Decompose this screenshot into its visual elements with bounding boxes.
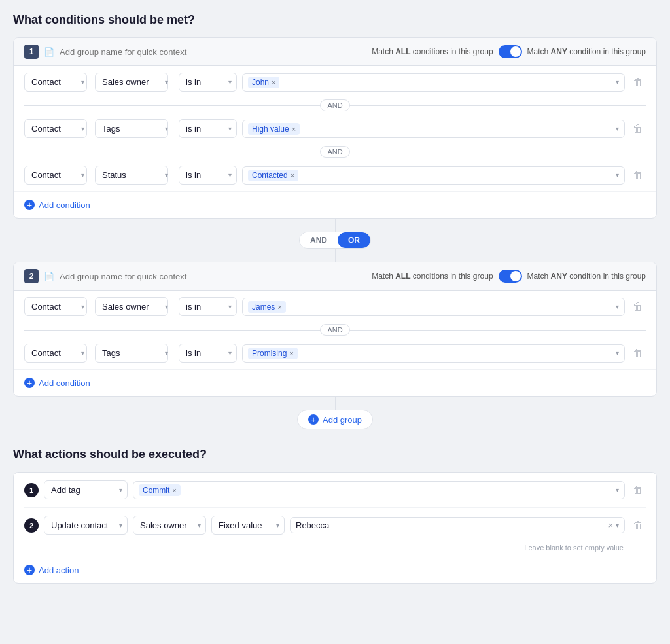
group-2-number: 2 <box>24 269 39 283</box>
delete-row-2-2[interactable]: 🗑 <box>630 345 646 362</box>
add-condition-label-1: Add condition <box>39 200 90 210</box>
group-2-row-2-operator[interactable]: is inis not inis empty <box>179 344 237 363</box>
add-condition-group-1[interactable]: + Add condition <box>14 191 656 218</box>
tag-dropdown-arrow-2: ▾ <box>616 125 619 132</box>
tag-james: James × <box>248 301 286 313</box>
action-2-type[interactable]: Update contactAdd tagRemove tag <box>44 516 128 535</box>
and-btn[interactable]: AND <box>300 232 338 248</box>
group-1-row-3-tags: Contacted × <box>248 170 298 181</box>
action-2-attribute[interactable]: Sales ownerTagsStatus <box>133 516 206 535</box>
group-2-row-2-attribute[interactable]: TagsSales ownerStatus <box>95 344 168 363</box>
group-2-name-input[interactable] <box>60 272 190 281</box>
group-1-row-3-field[interactable]: ContactDealCompany <box>24 166 87 185</box>
group-1-header-left: 1 📄 <box>24 45 190 59</box>
action-2-value-type[interactable]: Fixed valueEmpty value <box>211 516 285 535</box>
group-1-toggle[interactable] <box>499 45 522 58</box>
action-2-value[interactable]: Rebecca × ▾ <box>290 517 625 533</box>
action-2-dropdown-arrow: ▾ <box>616 522 619 529</box>
group-1-row-2-attribute[interactable]: TagsSales ownerStatus <box>95 119 168 138</box>
action-2-attribute-wrapper[interactable]: Sales ownerTagsStatus <box>133 516 206 535</box>
add-action-label: Add action <box>39 565 79 575</box>
group-2-match-controls: Match ALL conditions in this group Match… <box>372 270 646 283</box>
tag-dropdown-arrow-g2-2: ▾ <box>616 349 619 357</box>
tag-dropdown-arrow-1: ▾ <box>616 79 619 86</box>
group-2-row-2-attribute-wrapper[interactable]: TagsSales ownerStatus <box>95 344 173 363</box>
group-1-card: 1 📄 Match ALL conditions in this group M… <box>13 37 657 219</box>
action-1-type-wrapper[interactable]: Add tagRemove tagUpdate contact <box>44 480 128 499</box>
match-all-bold-2: ALL <box>395 272 410 281</box>
group-1-row-2-attribute-wrapper[interactable]: TagsSales ownerStatus <box>95 119 173 138</box>
group-2-row-1-operator-wrapper[interactable]: is inis not inis empty <box>179 297 237 316</box>
group-1-row-3-operator-wrapper[interactable]: is inis not inis empty <box>179 166 237 185</box>
tag-contacted: Contacted × <box>248 170 298 181</box>
group-1-row-3-value[interactable]: Contacted × ▾ <box>242 166 625 185</box>
group-2-row-1-field[interactable]: ContactDealCompany <box>24 297 87 316</box>
group-1-row-1-field-wrapper[interactable]: ContactDealCompany <box>24 73 90 92</box>
group-1-row-1-operator[interactable]: is inis not inis empty <box>179 73 237 92</box>
group-1-row-3-attribute[interactable]: StatusSales ownerTags <box>95 166 168 185</box>
group-1-row-1: ContactDealCompany Sales ownerTagsStatus… <box>14 66 656 98</box>
action-number-1: 1 <box>24 483 39 497</box>
add-group-button[interactable]: + Add group <box>297 410 373 429</box>
action-2-value-type-wrapper[interactable]: Fixed valueEmpty value <box>211 516 285 535</box>
group-1-row-3-field-wrapper[interactable]: ContactDealCompany <box>24 166 90 185</box>
actions-title: What actions should be executed? <box>13 448 657 461</box>
match-any-bold-2: ANY <box>551 272 567 281</box>
action-2-clear-icon[interactable]: × <box>608 520 613 530</box>
group-1-row-1-attribute[interactable]: Sales ownerTagsStatus <box>95 73 168 92</box>
conditions-title: What conditions should be met? <box>13 13 657 27</box>
group-1-row-3-operator[interactable]: is inis not inis empty <box>179 166 237 185</box>
group-1-row-2-tags: High value × <box>248 123 300 135</box>
group-1-row-1-operator-wrapper[interactable]: is inis not inis empty <box>179 73 237 92</box>
delete-row-1-3[interactable]: 🗑 <box>630 167 646 184</box>
group-2-row-2-field-wrapper[interactable]: ContactDealCompany <box>24 344 90 363</box>
group-1-row-2-value[interactable]: High value × ▾ <box>242 120 625 138</box>
group-1-row-3-attribute-wrapper[interactable]: StatusSales ownerTags <box>95 166 173 185</box>
group-1-row-3: ContactDealCompany StatusSales ownerTags… <box>14 159 656 191</box>
group-2-row-1-field-wrapper[interactable]: ContactDealCompany <box>24 297 90 316</box>
or-btn[interactable]: OR <box>338 232 370 248</box>
tag-dropdown-arrow-action-1: ▾ <box>616 486 619 493</box>
group-1-number: 1 <box>24 45 39 59</box>
action-1-type[interactable]: Add tagRemove tagUpdate contact <box>44 480 128 499</box>
group-2-row-2-operator-wrapper[interactable]: is inis not inis empty <box>179 344 237 363</box>
group-1-name-input[interactable] <box>60 47 190 57</box>
group-2-row-1-value[interactable]: James × ▾ <box>242 298 625 316</box>
group-2-row-2-value[interactable]: Promising × ▾ <box>242 344 625 363</box>
action-2-type-wrapper[interactable]: Update contactAdd tagRemove tag <box>44 516 128 535</box>
add-condition-group-2[interactable]: + Add condition <box>14 369 656 396</box>
delete-row-1-2[interactable]: 🗑 <box>630 120 646 137</box>
group-2-header: 2 📄 Match ALL conditions in this group M… <box>14 262 656 291</box>
group-2-row-2: ContactDealCompany TagsSales ownerStatus… <box>14 337 656 369</box>
delete-row-1-1[interactable]: 🗑 <box>630 74 646 91</box>
delete-action-2[interactable]: 🗑 <box>630 517 646 534</box>
match-any-bold-1: ANY <box>551 47 567 56</box>
group-1-row-1-value[interactable]: John × ▾ <box>242 73 625 92</box>
tag-dropdown-arrow-g2-1: ▾ <box>616 303 619 310</box>
group-1-row-2: ContactDealCompany TagsSales ownerStatus… <box>14 113 656 145</box>
group-1-row-2-operator[interactable]: is inis not inis empty <box>179 119 237 138</box>
group-2-row-1: ContactDealCompany Sales ownerTagsStatus… <box>14 291 656 323</box>
group-1-row-2-operator-wrapper[interactable]: is inis not inis empty <box>179 119 237 138</box>
group-1-row-2-field[interactable]: ContactDealCompany <box>24 119 87 138</box>
group-2-row-1-attribute[interactable]: Sales ownerTagsStatus <box>95 297 168 316</box>
add-action-btn[interactable]: + Add action <box>14 557 656 583</box>
add-group-label: Add group <box>323 415 362 425</box>
action-1-value[interactable]: Commit × ▾ <box>133 481 625 499</box>
group-1-header: 1 📄 Match ALL conditions in this group M… <box>14 38 656 66</box>
group-1-row-1-field[interactable]: ContactDealCompany <box>24 73 87 92</box>
delete-row-2-1[interactable]: 🗑 <box>630 298 646 315</box>
and-sep-1-2: AND <box>14 145 656 159</box>
group-2-row-2-field[interactable]: ContactDealCompany <box>24 344 87 363</box>
delete-action-1[interactable]: 🗑 <box>630 482 646 499</box>
match-all-bold-1: ALL <box>395 47 410 56</box>
group-2-toggle[interactable] <box>499 270 522 283</box>
group-1-row-1-attribute-wrapper[interactable]: Sales ownerTagsStatus <box>95 73 173 92</box>
group-2-row-1-operator[interactable]: is inis not inis empty <box>179 297 237 316</box>
match-all-label-1: Match ALL conditions in this group <box>372 47 493 56</box>
group-2-card: 2 📄 Match ALL conditions in this group M… <box>13 262 657 397</box>
tag-commit: Commit × <box>139 484 181 496</box>
group-2-row-1-attribute-wrapper[interactable]: Sales ownerTagsStatus <box>95 297 173 316</box>
plus-icon-group: + <box>308 414 319 425</box>
group-1-row-2-field-wrapper[interactable]: ContactDealCompany <box>24 119 90 138</box>
